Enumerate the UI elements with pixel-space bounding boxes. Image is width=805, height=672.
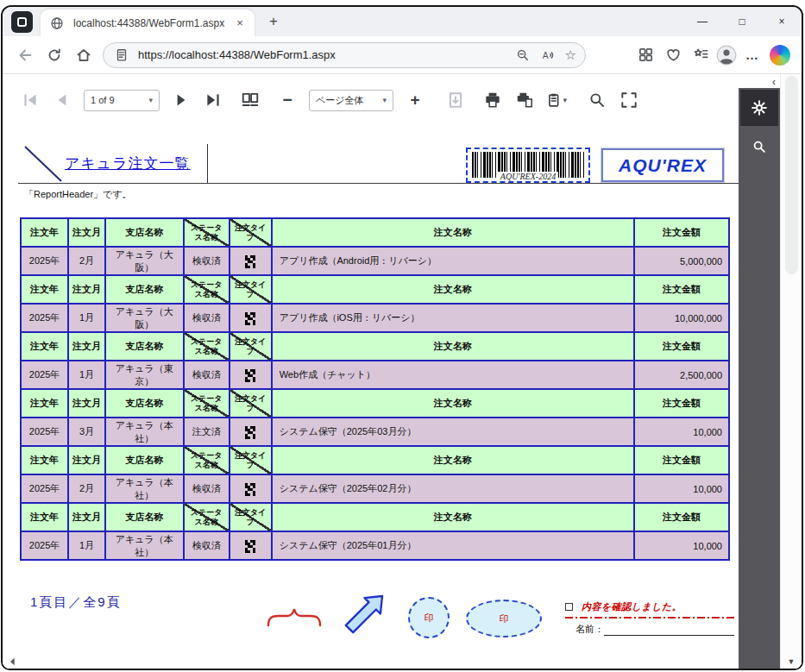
- browser-essentials-icon[interactable]: [660, 42, 686, 68]
- favorite-star-icon[interactable]: ☆: [565, 47, 576, 63]
- prev-page-button[interactable]: [52, 90, 72, 110]
- header-cell: 支店名称: [105, 503, 184, 531]
- print-page-button[interactable]: [514, 90, 535, 110]
- header-cell: 注文名称: [272, 332, 634, 361]
- horizontal-scrollbar[interactable]: [8, 656, 733, 667]
- favorites-bar-icon[interactable]: [688, 42, 714, 68]
- data-cell: 検収済: [184, 531, 230, 560]
- data-cell: システム保守（2025年02月分）: [272, 474, 634, 503]
- search-panel-button[interactable]: [739, 131, 780, 162]
- zoom-in-button[interactable]: +: [405, 90, 425, 110]
- refresh-button[interactable]: [41, 41, 68, 69]
- data-cell: 1月: [68, 531, 105, 560]
- scroll-left-icon[interactable]: [8, 656, 18, 667]
- header-cell: 注文月: [68, 275, 105, 304]
- data-cell: 10,000,000: [634, 304, 729, 332]
- collapse-chevron-icon[interactable]: ‹: [772, 76, 776, 87]
- search-button[interactable]: [587, 90, 607, 110]
- order-type-cell: [230, 247, 272, 275]
- url-text[interactable]: https://localhost:44388/WebForm1.aspx: [138, 48, 506, 61]
- report-table: 注文年注文月支店名称ステータス名称注文タイプ注文名称注文金額2025年2月アキュ…: [20, 217, 730, 561]
- scroll-down-icon[interactable]: ▼: [781, 657, 802, 666]
- chevron-down-icon: ▾: [563, 96, 567, 104]
- data-cell: 2月: [68, 474, 105, 503]
- last-page-button[interactable]: [203, 90, 223, 110]
- gear-icon: [751, 99, 768, 116]
- order-type-cell: [230, 418, 272, 446]
- name-underline: [604, 625, 734, 636]
- table-header-row: 注文年注文月支店名称ステータス名称注文タイプ注文名称注文金額: [21, 503, 729, 531]
- header-cell: 注文年: [21, 218, 68, 247]
- data-cell: 2月: [68, 247, 105, 275]
- report-header-note: 「ReportHeader」です。: [24, 188, 132, 201]
- logo-box: AQU'REX: [601, 148, 724, 182]
- workspaces-icon[interactable]: [11, 11, 33, 33]
- home-button[interactable]: [70, 41, 97, 69]
- minimize-button[interactable]: —: [682, 7, 722, 36]
- table-data-row: 2025年1月アキュラ（東京）検収済Web作成（チャット）2,500,000: [21, 361, 729, 389]
- page-number-value: 1 of 9: [91, 95, 115, 105]
- data-cell: 2025年: [21, 361, 68, 389]
- multipage-view-button[interactable]: [240, 90, 261, 110]
- zoom-mode-select[interactable]: ページ全体 ▾: [309, 90, 393, 111]
- logo-text: AQU'REX: [619, 155, 707, 176]
- settings-more-icon[interactable]: …: [739, 42, 765, 68]
- data-cell: アプリ作成（Android用：リバーシ）: [272, 247, 634, 275]
- header-cell: 注文月: [68, 503, 105, 531]
- panel-collapse-bar[interactable]: ‹: [739, 74, 780, 88]
- table-data-row: 2025年1月アキュラ（大阪）検収済アプリ作成（iOS用：リバーシ）10,000…: [21, 304, 729, 332]
- maximize-button[interactable]: □: [722, 7, 762, 36]
- header-cell: 注文金額: [634, 218, 729, 247]
- viewer-side-panel: ‹: [739, 74, 780, 669]
- report-table-body: 注文年注文月支店名称ステータス名称注文タイプ注文名称注文金額2025年2月アキュ…: [21, 218, 729, 560]
- table-data-row: 2025年2月アキュラ（大阪）検収済アプリ作成（Android用：リバーシ）5,…: [21, 247, 729, 275]
- confirm-checkbox[interactable]: [565, 603, 573, 611]
- paste-export-button[interactable]: ▾: [546, 90, 567, 110]
- table-data-row: 2025年3月アキュラ（本社）注文済システム保守（2025年03月分）10,00…: [21, 418, 729, 446]
- data-cell: 3月: [68, 418, 105, 446]
- data-cell: アプリ作成（iOS用：リバーシ）: [272, 304, 634, 332]
- header-cell: 注文金額: [634, 503, 729, 531]
- address-bar[interactable]: https://localhost:44388/WebForm1.aspx A …: [103, 42, 586, 68]
- page-number-select[interactable]: 1 of 9 ▾: [84, 90, 160, 111]
- header-cell: 注文月: [68, 389, 105, 418]
- data-cell: 10,000: [634, 474, 729, 503]
- back-button[interactable]: [11, 41, 39, 69]
- table-data-row: 2025年2月アキュラ（本社）検収済システム保守（2025年02月分）10,00…: [21, 474, 729, 503]
- site-info-icon[interactable]: [112, 46, 131, 65]
- print-layout-button[interactable]: [445, 90, 466, 110]
- diagonal-line-shape: [23, 146, 63, 182]
- barcode: AQU'REX-2024: [466, 148, 590, 183]
- qr-code-icon: [245, 255, 248, 258]
- header-cell: 注文名称: [272, 218, 634, 247]
- browser-tab[interactable]: localhost:44388/WebForm1.aspx ×: [41, 9, 255, 36]
- data-cell: 2,500,000: [634, 361, 729, 389]
- next-page-button[interactable]: [171, 90, 192, 110]
- zoom-mode-value: ページ全体: [316, 94, 364, 107]
- tab-close-icon[interactable]: ×: [232, 16, 248, 31]
- header-cell: 注文タイプ: [230, 275, 272, 304]
- settings-panel-button[interactable]: [740, 90, 778, 126]
- copilot-icon[interactable]: [767, 42, 793, 68]
- first-page-button[interactable]: [20, 90, 41, 110]
- vertical-scrollbar[interactable]: ▼: [780, 74, 802, 669]
- fullscreen-button[interactable]: [619, 90, 639, 110]
- data-cell: 検収済: [184, 304, 230, 332]
- header-cell: 注文名称: [272, 446, 634, 474]
- read-aloud-icon[interactable]: A: [539, 46, 558, 65]
- extensions-icon[interactable]: [632, 42, 658, 68]
- scrollbar-thumb[interactable]: [785, 76, 798, 274]
- header-cell: 注文タイプ: [230, 332, 272, 361]
- new-tab-button[interactable]: +: [263, 12, 284, 33]
- profile-avatar[interactable]: [715, 44, 738, 66]
- header-cell: 注文金額: [634, 332, 729, 361]
- data-cell: アキュラ（本社）: [105, 474, 184, 503]
- order-type-cell: [230, 361, 272, 389]
- header-cell: 注文名称: [272, 275, 634, 304]
- close-button[interactable]: ×: [762, 7, 802, 36]
- barcode-label: AQU'REX-2024: [498, 172, 558, 181]
- zoom-out-button[interactable]: −: [277, 90, 298, 110]
- print-button[interactable]: [482, 90, 503, 110]
- zoom-out-icon[interactable]: [513, 46, 532, 65]
- header-cell: 注文名称: [272, 389, 634, 418]
